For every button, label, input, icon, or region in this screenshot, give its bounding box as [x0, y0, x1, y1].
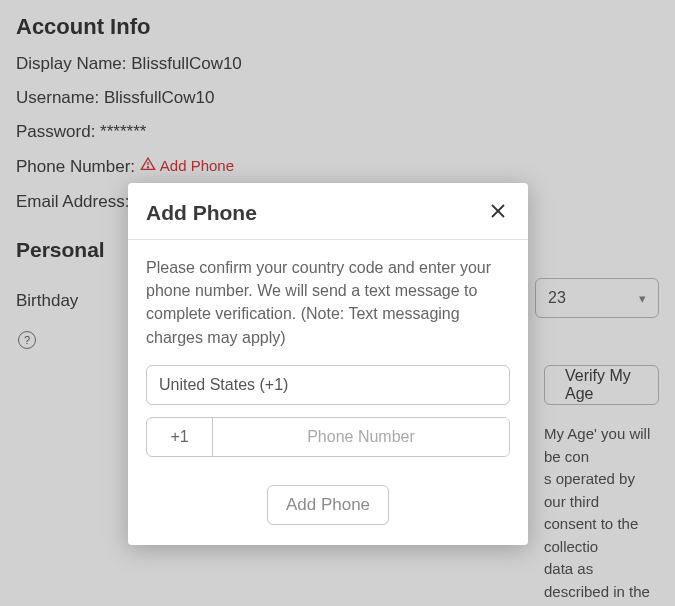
modal-instructions: Please confirm your country code and ent…: [146, 256, 510, 349]
modal-title: Add Phone: [146, 201, 257, 225]
country-code-select[interactable]: United States (+1): [146, 365, 510, 405]
phone-input-group: +1: [146, 417, 510, 457]
phone-prefix: +1: [147, 418, 213, 456]
modal-close-button[interactable]: [486, 201, 510, 225]
country-code-value: United States (+1): [159, 376, 288, 394]
modal-header: Add Phone: [128, 183, 528, 240]
close-icon: [489, 202, 507, 224]
add-phone-submit-button[interactable]: Add Phone: [267, 485, 389, 525]
modal-actions: Add Phone: [146, 485, 510, 525]
modal-body: Please confirm your country code and ent…: [128, 240, 528, 545]
phone-number-input[interactable]: [213, 418, 509, 456]
add-phone-modal: Add Phone Please confirm your country co…: [128, 183, 528, 545]
